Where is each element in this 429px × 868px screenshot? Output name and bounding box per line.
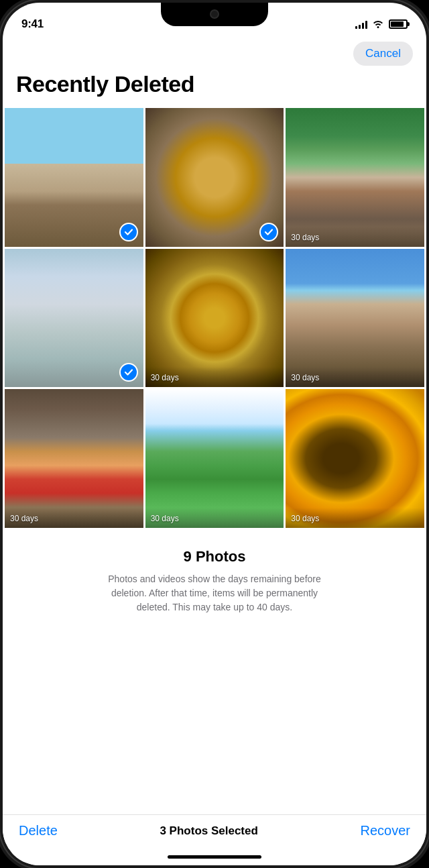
photo-cell-waterfall[interactable] (5, 249, 143, 388)
signal-bar-2 (359, 25, 361, 29)
photos-description: Photos and videos show the days remainin… (101, 572, 328, 614)
photo-cell-meadow[interactable]: 30 days (145, 389, 284, 528)
photo-compost-bg (5, 389, 143, 528)
photos-count: 9 Photos (19, 548, 410, 565)
days-label-desert: 30 days (291, 373, 319, 382)
check-badge-waterfall (119, 363, 138, 382)
photo-cell-baby[interactable]: 30 days (286, 108, 424, 247)
info-section: 9 Photos Photos and videos show the days… (3, 528, 426, 625)
photo-cell-compost[interactable]: 30 days (5, 389, 143, 528)
signal-bar-3 (362, 23, 364, 29)
check-badge-windmills (119, 223, 138, 241)
photo-sunflower-bg (286, 389, 424, 528)
selected-label: 3 Photos Selected (160, 824, 257, 838)
photo-overlay-sunflower: 30 days (286, 508, 424, 528)
photo-overlay-desert: 30 days (286, 367, 424, 387)
photo-cell-sunflower[interactable]: 30 days (286, 389, 424, 528)
header: Cancel (3, 36, 426, 68)
recover-button[interactable]: Recover (361, 823, 410, 838)
signal-icon (355, 19, 367, 29)
phone-screen: 9:41 (3, 3, 426, 865)
photo-overlay-meadow: 30 days (145, 508, 284, 528)
check-badge-cactus (259, 223, 278, 241)
photo-desert-bg (286, 249, 424, 388)
days-label-sunflower: 30 days (291, 514, 319, 523)
page-title: Recently Deleted (3, 68, 426, 108)
days-label-meadow: 30 days (151, 514, 179, 523)
photo-cell-bees[interactable]: 30 days (145, 249, 284, 388)
delete-button[interactable]: Delete (19, 823, 58, 838)
signal-bar-4 (365, 21, 367, 29)
days-label-bees: 30 days (151, 373, 179, 382)
photo-grid: 30 days 30 days (3, 108, 426, 528)
front-camera (210, 9, 219, 19)
photo-baby-bg (286, 108, 424, 247)
photo-cell-desert[interactable]: 30 days (286, 249, 424, 388)
phone-frame: 9:41 (0, 0, 429, 868)
main-content: Cancel Recently Deleted (3, 36, 426, 625)
photo-overlay-baby: 30 days (286, 227, 424, 247)
photo-bees-bg (145, 249, 284, 388)
status-icons (355, 19, 408, 30)
status-time: 9:41 (21, 17, 44, 31)
home-indicator[interactable] (168, 855, 261, 859)
notch (161, 3, 268, 26)
battery-fill (391, 21, 404, 27)
photo-cell-windmills[interactable] (5, 108, 143, 247)
days-label-compost: 30 days (10, 514, 38, 523)
battery-icon (389, 19, 408, 29)
photo-overlay-bees: 30 days (145, 367, 284, 387)
photo-overlay-compost: 30 days (5, 508, 143, 528)
signal-bar-1 (355, 26, 357, 29)
photo-meadow-bg (145, 389, 284, 528)
photo-cell-cactus[interactable] (145, 108, 284, 247)
days-label-baby: 30 days (291, 233, 319, 242)
cancel-button[interactable]: Cancel (353, 42, 413, 66)
wifi-icon (372, 19, 384, 30)
